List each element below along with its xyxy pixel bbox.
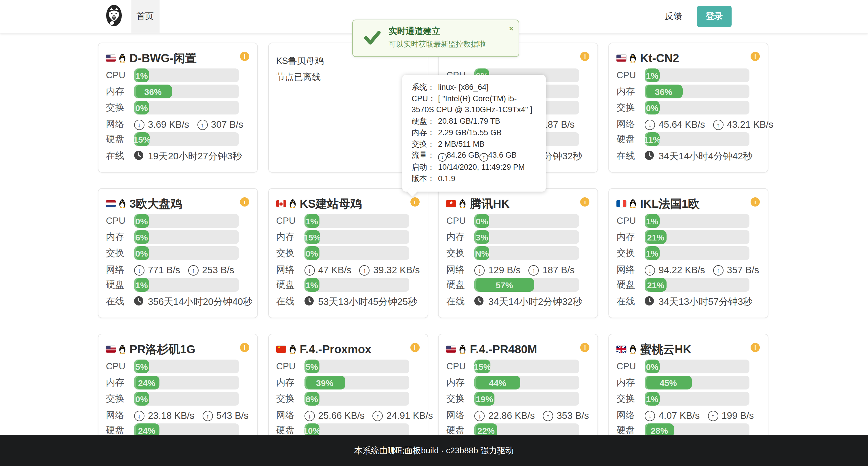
stat-label: CPU xyxy=(617,70,645,80)
server-title: F.4.-Proxmox xyxy=(300,342,371,356)
close-icon[interactable]: × xyxy=(509,25,514,32)
stat-row-swap: 交换 1% xyxy=(617,246,749,260)
network-text: ↓45.64 KB/s ↑43.21 KB/s xyxy=(645,119,773,130)
stat-label: 网络 xyxy=(617,119,645,131)
stat-label: 在线 xyxy=(106,150,134,162)
progress-label: 1% xyxy=(306,216,318,226)
tux-linux-icon xyxy=(119,199,126,208)
progress-label: 24% xyxy=(138,378,155,388)
progress-track: 1% xyxy=(645,214,749,228)
progress-label: 0% xyxy=(476,216,488,226)
progress-track: 1% xyxy=(645,392,749,406)
stat-label: CPU xyxy=(276,216,304,226)
info-icon[interactable]: i xyxy=(240,197,249,206)
network-text: ↓3.69 KB/s ↑307 B/s xyxy=(134,119,243,130)
info-icon[interactable]: i xyxy=(751,343,760,352)
online-text-wrap: 356天14小时20分钟40秒 xyxy=(134,295,252,308)
toast-title: 实时通道建立 xyxy=(389,26,486,37)
progress-track: 0% xyxy=(645,360,749,373)
network-text: ↓25.66 KB/s ↑24.91 KB/s xyxy=(304,410,433,421)
stat-row-mem: 内存 15% xyxy=(276,230,409,244)
tab-home[interactable]: 首页 xyxy=(131,0,159,33)
tooltip-server-info: 系统：linux- [x86_64]CPU：[ "Intel(R) Core(T… xyxy=(402,75,546,191)
upload-arrow-icon: ↑ xyxy=(713,265,723,275)
info-icon[interactable]: i xyxy=(410,197,419,206)
stat-label: 交换 xyxy=(106,102,134,113)
upload-arrow-icon: ↑ xyxy=(479,153,488,162)
info-icon[interactable]: i xyxy=(410,343,419,352)
progress-label: 21% xyxy=(647,280,664,290)
progress-label: 5% xyxy=(135,362,148,371)
progress-label: 45% xyxy=(660,378,677,388)
progress-label: 0% xyxy=(135,216,148,226)
download-arrow-icon: ↓ xyxy=(134,410,145,421)
card-title-row: D-BWG-闲置 xyxy=(106,50,239,66)
info-icon[interactable]: i xyxy=(581,197,590,206)
progress-track: 39% xyxy=(304,376,409,390)
tux-linux-icon xyxy=(289,344,296,354)
stat-label: 内存 xyxy=(276,231,304,243)
stat-row-cpu: CPU 1% xyxy=(617,214,749,228)
net-down-text: 23.18 KB/s xyxy=(148,410,194,421)
tooltip-row: 硬盘：20.81 GB/1.79 TB xyxy=(411,115,537,127)
progress-fill: 21% xyxy=(645,278,666,292)
logo[interactable] xyxy=(105,0,123,33)
progress-fill: 15% xyxy=(474,360,490,373)
progress-fill: 1% xyxy=(134,278,149,292)
upload-arrow-icon: ↑ xyxy=(188,265,198,275)
progress-fill: 1% xyxy=(645,214,660,228)
net-down-text: 4.07 KB/s xyxy=(658,410,700,421)
progress-label: 8% xyxy=(306,394,318,404)
online-text-wrap: 53天13小时45分钟25秒 xyxy=(304,295,417,308)
progress-track: 11% xyxy=(645,132,749,146)
stat-row-swap: 交换 N% xyxy=(446,246,579,260)
stat-row-network: 网络 ↓4.07 KB/s ↑199 B/s xyxy=(617,408,749,424)
info-icon[interactable]: i xyxy=(240,52,249,61)
stat-row-swap: 交换 19% xyxy=(446,392,579,406)
info-icon[interactable]: i xyxy=(751,52,760,61)
progress-fill: 36% xyxy=(645,85,682,98)
info-icon[interactable]: i xyxy=(581,343,590,352)
progress-label: 1% xyxy=(646,394,658,404)
stat-row-network: 网络 ↓25.66 KB/s ↑24.91 KB/s xyxy=(276,408,409,424)
info-icon[interactable]: i xyxy=(581,52,590,61)
progress-label: 15% xyxy=(134,134,150,144)
info-icon[interactable]: i xyxy=(751,197,760,206)
stat-row-disk: 硬盘 21% xyxy=(617,278,749,292)
progress-track: 15% xyxy=(474,360,579,373)
upload-arrow-icon: ↑ xyxy=(543,410,553,421)
info-icon[interactable]: i xyxy=(240,343,249,352)
clock-icon xyxy=(474,296,484,307)
net-up-text: 187 B/s xyxy=(542,119,575,130)
net-down-text: 3.69 KB/s xyxy=(148,119,189,130)
progress-fill: 0% xyxy=(474,214,490,228)
clock-icon xyxy=(134,151,143,162)
footer-text-post: build · c23b88b 强力驱动 xyxy=(421,445,514,456)
progress-fill: 21% xyxy=(645,230,666,244)
progress-label: 10% xyxy=(304,426,319,435)
country-flag-icon xyxy=(617,55,626,62)
progress-fill: 36% xyxy=(134,85,172,98)
footer-link-nezha[interactable]: 哪吒面板 xyxy=(388,445,421,456)
stat-label: CPU xyxy=(617,361,645,372)
card-title-row: F.4.-PR480M xyxy=(446,341,579,357)
download-arrow-icon: ↓ xyxy=(645,120,655,130)
stat-label: 内存 xyxy=(446,231,474,243)
stat-label: 网络 xyxy=(446,410,474,422)
stat-label: CPU xyxy=(276,361,304,372)
tux-linux-icon xyxy=(629,54,637,63)
progress-label: 5% xyxy=(306,362,318,371)
net-up-text: 253 B/s xyxy=(202,265,234,275)
progress-track: 8% xyxy=(304,392,409,406)
tux-linux-icon xyxy=(629,199,637,208)
download-arrow-icon: ↓ xyxy=(304,265,315,275)
progress-label: 15% xyxy=(304,232,320,242)
feedback-link[interactable]: 反馈 xyxy=(665,0,682,33)
net-down-text: 45.64 KB/s xyxy=(658,119,705,130)
progress-label: 6% xyxy=(135,232,148,242)
tooltip-row: CPU：[ "Intel(R) Core(TM) i5-3570S CPU @ … xyxy=(411,93,537,115)
stat-label: 交换 xyxy=(617,102,645,113)
login-button[interactable]: 登录 xyxy=(697,6,732,27)
server-title: IKL法国1欧 xyxy=(640,196,700,211)
card-title-row: Kt-CN2 xyxy=(617,50,749,66)
